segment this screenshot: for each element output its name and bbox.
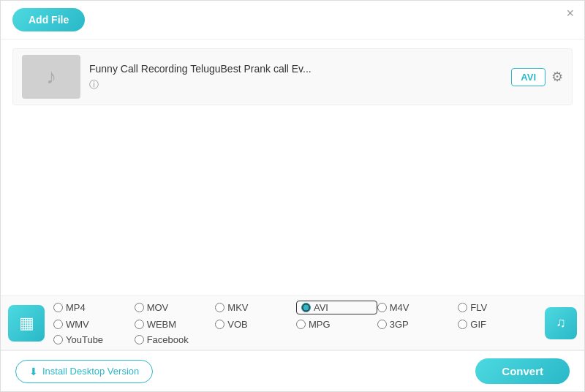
file-list-area: ♪ Funny Call Recording TeluguBest Prank … [1,39,584,114]
settings-icon[interactable]: ⚙ [551,69,563,85]
footer-bar: ⬇ Install Desktop Version Convert [1,350,584,391]
format-option-vob[interactable]: VOB [215,319,296,330]
info-icon[interactable]: ⓘ [89,79,99,90]
file-name: Funny Call Recording TeluguBest Prank ca… [89,63,502,75]
file-item: ♪ Funny Call Recording TeluguBest Prank … [12,48,573,105]
format-option-mpg[interactable]: MPG [296,319,377,330]
film-icon: ▦ [19,314,34,333]
format-option-webm[interactable]: WEBM [135,319,216,330]
convert-button[interactable]: Convert [475,358,570,384]
file-info: Funny Call Recording TeluguBest Prank ca… [89,63,502,91]
audio-note-icon: ♫ [556,315,566,331]
format-option-wmv[interactable]: WMV [53,319,135,330]
format-options-grid: MP4 MOV MKV AVI M4V FLV WMV WEBM VOB MPG [53,301,539,345]
format-option-mov[interactable]: MOV [135,302,216,313]
format-option-gif[interactable]: GIF [458,319,539,330]
format-option-m4v[interactable]: M4V [377,302,458,313]
close-button[interactable]: × [566,7,574,20]
format-video-icon-box: ▦ [8,305,45,342]
format-option-flv[interactable]: FLV [458,302,539,313]
top-bar: Add File × [1,1,584,39]
format-option-avi[interactable]: AVI [296,301,377,314]
format-option-youtube[interactable]: YouTube [53,334,135,345]
music-icon: ♪ [46,65,56,88]
format-option-mp4[interactable]: MP4 [53,302,135,313]
format-badge-button[interactable]: AVI [511,68,546,86]
file-actions: AVI ⚙ [511,68,563,86]
format-option-facebook[interactable]: Facebook [135,334,216,345]
format-bar: ▦ MP4 MOV MKV AVI M4V FLV WMV WEBM [1,295,584,350]
add-file-button[interactable]: Add File [12,8,85,31]
format-option-mkv[interactable]: MKV [215,302,296,313]
file-thumbnail: ♪ [22,55,80,99]
install-desktop-button[interactable]: ⬇ Install Desktop Version [15,360,153,383]
format-option-3gp[interactable]: 3GP [377,319,458,330]
install-label: Install Desktop Version [42,366,139,377]
audio-icon-box[interactable]: ♫ [545,307,577,339]
download-icon: ⬇ [29,366,38,377]
